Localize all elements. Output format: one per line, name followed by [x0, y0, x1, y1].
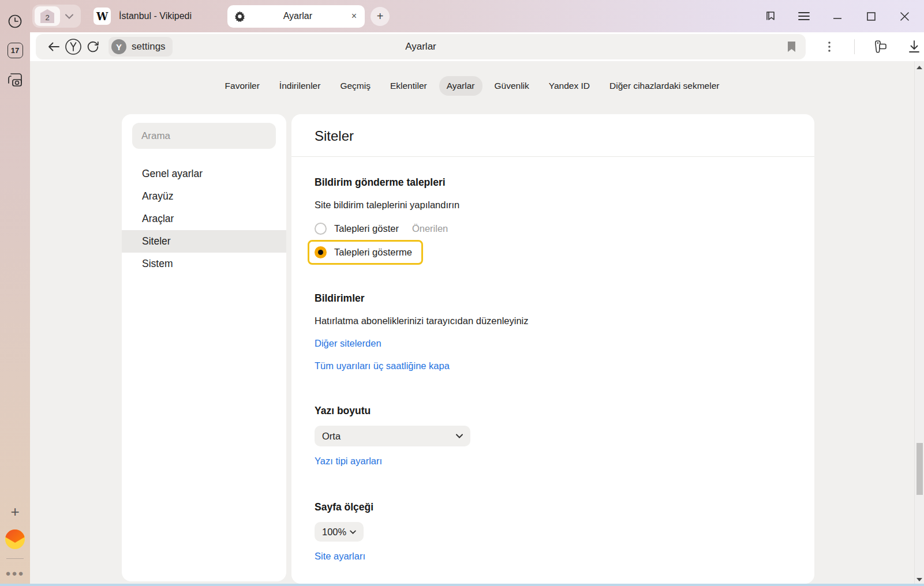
gear-icon [234, 11, 245, 22]
new-tab-button[interactable]: + [371, 7, 390, 26]
settings-nav: Favoriler İndirilenler Geçmiş Eklentiler… [30, 76, 914, 96]
scrollbar-thumb[interactable] [916, 443, 923, 495]
recommended-badge: Önerilen [412, 223, 448, 234]
nav-tab-guvenlik[interactable]: Güvenlik [487, 76, 537, 96]
menu-icon[interactable] [797, 9, 811, 23]
font-size-value: Orta [322, 431, 341, 442]
nav-tab-ayarlar[interactable]: Ayarlar [439, 76, 482, 96]
sidebar-item-araclar[interactable]: Araçlar [122, 208, 286, 230]
tab-close-icon[interactable]: × [350, 11, 358, 21]
active-tab-title: Ayarlar [245, 11, 350, 21]
radio-hide-label: Talepleri gösterme [334, 247, 412, 258]
side-rail: 17 + ●●● [0, 0, 30, 586]
notification-requests-heading: Bildirim gönderme talepleri [315, 176, 791, 189]
rail-more-icon[interactable]: ●●● [5, 568, 24, 578]
tab-count-button[interactable]: 2 [35, 6, 60, 26]
yandex-home-icon[interactable] [63, 37, 83, 57]
font-size-heading: Yazı boyutu [315, 405, 791, 417]
section-title: Siteler [291, 114, 814, 144]
nav-tab-eklentiler[interactable]: Eklentiler [383, 76, 435, 96]
window-bottom-edge [0, 584, 924, 586]
address-bar[interactable]: Y settings Ayarlar [36, 34, 806, 59]
calendar-day-icon[interactable]: 17 [8, 43, 23, 58]
sidebar-item-arayuz[interactable]: Arayüz [122, 185, 286, 208]
reload-icon[interactable] [83, 37, 103, 57]
chevron-down-icon [456, 434, 463, 438]
url-chip[interactable]: Y settings [109, 37, 173, 57]
more-options-icon[interactable] [820, 37, 839, 57]
mail-flap-shape [5, 529, 25, 549]
rail-divider [6, 558, 24, 559]
close-window-icon[interactable] [897, 9, 911, 23]
bookmark-icon[interactable] [787, 34, 796, 59]
mute-all-alerts-link[interactable]: Tüm uyarıları üç saatliğine kapa [315, 360, 450, 371]
active-tab-ayarlar[interactable]: Ayarlar × [227, 5, 365, 28]
other-sites-link[interactable]: Diğer sitelerden [315, 338, 381, 349]
yandex-mail-icon[interactable] [5, 529, 25, 549]
rail-add-icon[interactable]: + [6, 503, 24, 520]
page-scale-value: 100% [322, 527, 346, 538]
url-text: settings [132, 41, 166, 52]
font-size-select[interactable]: Orta [315, 426, 470, 446]
downloads-icon[interactable] [904, 37, 924, 57]
nav-tab-diger-cihazlar[interactable]: Diğer cihazlardaki sekmeler [602, 76, 727, 96]
radio-option-show-requests[interactable]: Talepleri göster Önerilen [315, 223, 791, 235]
browser-toolbar: Y settings Ayarlar [30, 32, 924, 61]
page-scale-select[interactable]: 100% [315, 522, 364, 542]
tab-list-chevron-icon[interactable] [60, 14, 78, 19]
siteler-settings-card: Siteler Bildirim gönderme talepleri Site… [291, 114, 814, 584]
wikipedia-favicon[interactable]: W [93, 7, 111, 25]
scroll-down-arrow[interactable] [915, 578, 924, 581]
radio-option-hide-requests-highlighted[interactable]: Talepleri gösterme [308, 240, 423, 265]
page-scrollbar[interactable] [914, 61, 924, 586]
settings-sidebar-list: Genel ayarlar Arayüz Araçlar Siteler Sis… [122, 163, 286, 275]
tab-count-badge: 2 [40, 9, 55, 23]
tab-count-group: 2 [32, 5, 81, 28]
notification-requests-description: Site bildirim taleplerini yapılandırın [315, 200, 791, 211]
settings-page: Favoriler İndirilenler Geçmiş Eklentiler… [30, 61, 924, 586]
history-clock-icon[interactable] [6, 13, 24, 30]
collections-tag-icon[interactable] [870, 37, 889, 57]
notifications-heading: Bildirimler [315, 292, 791, 305]
sidebar-item-sistem[interactable]: Sistem [122, 253, 286, 275]
background-tab-title[interactable]: İstanbul - Vikipedi [119, 11, 192, 21]
radio-unselected-icon[interactable] [315, 223, 327, 235]
minimize-icon[interactable] [831, 9, 844, 23]
tab-strip: 2 W İstanbul - Vikipedi Ayarlar × + [30, 0, 924, 32]
chevron-down-icon [350, 530, 356, 534]
sidebar-item-genel-ayarlar[interactable]: Genel ayarlar [122, 163, 286, 185]
nav-tab-yandex-id[interactable]: Yandex ID [541, 76, 597, 96]
bookmarks-panel-icon[interactable] [764, 9, 777, 23]
notifications-description: Hatırlatma aboneliklerinizi tarayıcıdan … [315, 315, 791, 326]
title-divider [291, 156, 814, 157]
page-scale-heading: Sayfa ölçeği [315, 501, 791, 513]
back-icon[interactable] [44, 37, 63, 57]
radio-show-label: Talepleri göster [334, 223, 399, 234]
font-settings-link[interactable]: Yazı tipi ayarları [315, 456, 382, 467]
radio-selected-icon[interactable] [315, 246, 327, 258]
settings-favicon: Y [111, 39, 126, 54]
nav-tab-gecmis[interactable]: Geçmiş [332, 76, 378, 96]
sidebar-item-siteler[interactable]: Siteler [122, 230, 286, 253]
settings-sidebar-card: Arama Genel ayarlar Arayüz Araçlar Sitel… [122, 114, 286, 581]
maximize-icon[interactable] [864, 9, 878, 23]
site-settings-link[interactable]: Site ayarları [315, 551, 365, 562]
settings-search-input[interactable]: Arama [132, 123, 276, 149]
nav-tab-favoriler[interactable]: Favoriler [218, 76, 267, 96]
nav-tab-indirilenler[interactable]: İndirilenler [272, 76, 328, 96]
toolbar-separator [854, 39, 855, 54]
screenshot-icon[interactable] [6, 71, 24, 88]
scroll-up-arrow[interactable] [915, 66, 924, 69]
